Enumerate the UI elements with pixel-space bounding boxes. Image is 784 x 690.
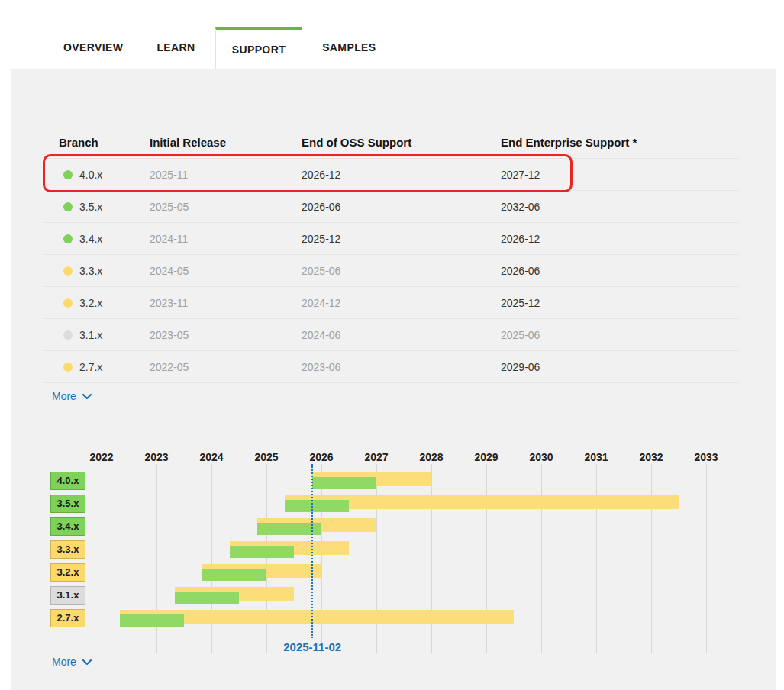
table-more-link[interactable]: More — [52, 390, 92, 402]
oss-support-bar — [120, 614, 184, 627]
end-enterprise-support-value: 2027-12 — [501, 169, 739, 181]
branch-status-dot — [63, 298, 73, 308]
chart-more-link[interactable]: More — [52, 656, 92, 668]
chevron-down-icon — [82, 393, 92, 400]
end-enterprise-support-value: 2025-12 — [501, 297, 739, 309]
column-header-end-oss-support: End of OSS Support — [302, 136, 501, 149]
branch-cell: 3.1.x — [44, 329, 150, 341]
branch-cell: 3.4.x — [44, 233, 150, 245]
oss-support-bar — [202, 569, 266, 581]
branch-cell: 4.0.x — [44, 169, 150, 181]
year-tick-label: 2024 — [184, 451, 239, 463]
branch-status-dot — [63, 170, 73, 179]
oss-support-bar — [175, 592, 239, 604]
branch-label: 3.5.x — [50, 495, 85, 513]
tab-bar: OVERVIEW LEARN SUPPORT SAMPLES — [0, 0, 784, 69]
branch-name: 3.1.x — [79, 329, 102, 341]
support-table: Branch Initial Release End of OSS Suppor… — [44, 127, 739, 383]
initial-release-value: 2025-05 — [150, 201, 302, 213]
year-gridline — [486, 464, 487, 653]
project-support-page: OVERVIEW LEARN SUPPORT SAMPLES Branch In… — [0, 0, 784, 690]
support-table-body: 4.0.x2025-112026-122027-123.5.x2025-0520… — [44, 159, 739, 383]
year-tick-label: 2031 — [569, 451, 624, 463]
column-header-initial-release: Initial Release — [150, 136, 302, 149]
year-gridline — [541, 464, 542, 653]
tab-support-label: SUPPORT — [232, 44, 286, 56]
year-gridline — [266, 464, 267, 653]
branch-name: 4.0.x — [79, 169, 102, 181]
year-gridline — [376, 464, 377, 653]
branch-cell: 3.3.x — [44, 265, 150, 277]
initial-release-value: 2022-05 — [150, 361, 302, 373]
end-oss-support-value: 2026-06 — [302, 201, 501, 213]
year-tick-label: 2027 — [349, 451, 404, 463]
table-more-label: More — [52, 390, 76, 402]
end-enterprise-support-value: 2026-06 — [501, 265, 739, 277]
table-row: 4.0.x2025-112026-122027-12 — [44, 159, 739, 191]
branch-cell: 3.5.x — [44, 201, 150, 213]
branch-status-dot — [63, 234, 73, 243]
initial-release-value: 2023-05 — [150, 329, 302, 341]
end-enterprise-support-value: 2029-06 — [501, 361, 739, 373]
end-oss-support-value: 2026-12 — [302, 169, 501, 181]
end-enterprise-support-value: 2025-06 — [501, 329, 739, 341]
year-gridline — [706, 464, 707, 653]
current-date-label: 2025-11-02 — [259, 640, 366, 653]
table-row: 3.3.x2024-052025-062026-06 — [44, 255, 739, 287]
chevron-down-icon — [82, 659, 92, 666]
tab-overview[interactable]: OVERVIEW — [47, 25, 140, 69]
column-header-end-enterprise-support: End Enterprise Support * — [501, 136, 739, 149]
year-gridline — [102, 464, 102, 653]
support-timeline-chart: 2022202320242025202620272028202920302031… — [11, 451, 776, 656]
year-gridline — [596, 464, 597, 653]
branch-label: 3.3.x — [50, 540, 85, 559]
branch-status-dot — [63, 330, 73, 340]
tab-samples-label: SAMPLES — [322, 41, 376, 53]
branch-label: 3.4.x — [50, 518, 85, 536]
table-row: 3.4.x2024-112025-122026-12 — [44, 223, 739, 255]
table-row: 2.7.x2022-052023-062029-06 — [44, 351, 739, 383]
branch-label: 3.1.x — [50, 586, 85, 605]
content-panel: Branch Initial Release End of OSS Suppor… — [11, 69, 776, 690]
tab-support[interactable]: SUPPORT — [215, 27, 302, 69]
column-header-branch: Branch — [44, 136, 150, 149]
end-enterprise-support-value: 2032-06 — [501, 201, 739, 213]
branch-status-dot — [63, 363, 73, 372]
tab-samples[interactable]: SAMPLES — [305, 25, 392, 69]
table-row: 3.2.x2023-112024-122025-12 — [44, 287, 739, 319]
branch-label: 2.7.x — [50, 609, 85, 627]
year-tick-label: 2033 — [679, 451, 734, 463]
branch-name: 3.5.x — [79, 201, 102, 213]
branch-cell: 3.2.x — [44, 297, 150, 309]
year-gridline — [431, 464, 432, 653]
year-gridline — [211, 464, 212, 653]
initial-release-value: 2024-11 — [150, 233, 302, 245]
initial-release-value: 2023-11 — [150, 297, 302, 309]
year-tick-label: 2025 — [239, 451, 294, 463]
chart-more-label: More — [52, 656, 76, 668]
branch-label: 3.2.x — [50, 563, 85, 582]
year-tick-label: 2029 — [459, 451, 514, 463]
oss-support-bar — [312, 477, 376, 489]
current-date-marker — [311, 464, 313, 638]
year-tick-label: 2030 — [514, 451, 569, 463]
branch-name: 3.4.x — [79, 233, 102, 245]
oss-support-bar — [230, 546, 294, 558]
tab-overview-label: OVERVIEW — [63, 41, 123, 53]
branch-status-dot — [63, 266, 73, 276]
table-row: 3.1.x2023-052024-062025-06 — [44, 319, 739, 351]
tab-learn[interactable]: LEARN — [140, 25, 211, 69]
end-oss-support-value: 2025-12 — [302, 233, 501, 245]
end-oss-support-value: 2023-06 — [302, 361, 501, 373]
initial-release-value: 2025-11 — [150, 169, 302, 181]
year-tick-label: 2028 — [404, 451, 459, 463]
end-oss-support-value: 2024-12 — [302, 297, 501, 309]
year-gridline — [321, 464, 322, 653]
end-enterprise-support-value: 2026-12 — [501, 233, 739, 245]
oss-support-bar — [285, 500, 349, 512]
support-table-header: Branch Initial Release End of OSS Suppor… — [44, 127, 739, 159]
table-row: 3.5.x2025-052026-062032-06 — [44, 191, 739, 223]
end-oss-support-value: 2025-06 — [302, 265, 501, 277]
end-oss-support-value: 2024-06 — [302, 329, 501, 341]
branch-label: 4.0.x — [50, 472, 85, 490]
